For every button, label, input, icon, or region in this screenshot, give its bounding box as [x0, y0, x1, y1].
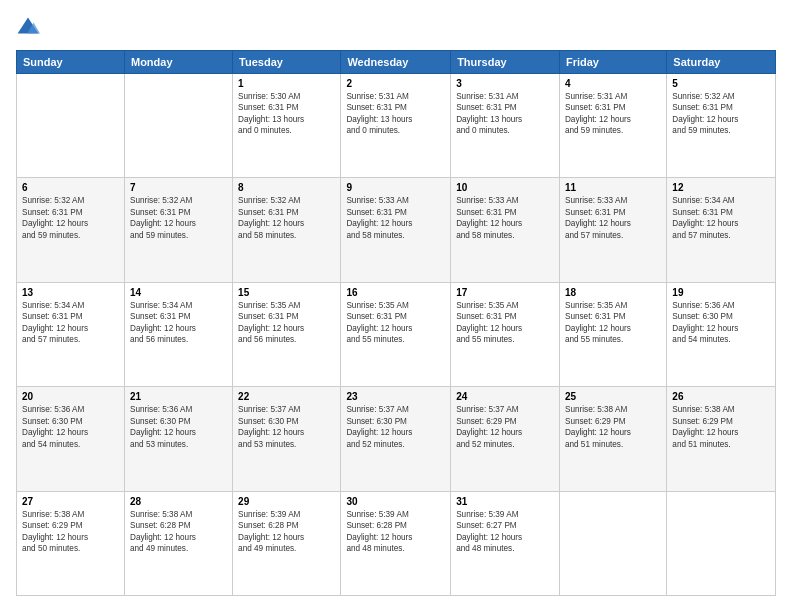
week-row-4: 20Sunrise: 5:36 AM Sunset: 6:30 PM Dayli…: [17, 387, 776, 491]
calendar-cell: [667, 491, 776, 595]
day-number: 17: [456, 287, 554, 298]
calendar-cell: [124, 74, 232, 178]
calendar-cell: 14Sunrise: 5:34 AM Sunset: 6:31 PM Dayli…: [124, 282, 232, 386]
day-number: 5: [672, 78, 770, 89]
calendar-cell: [559, 491, 666, 595]
day-number: 29: [238, 496, 335, 507]
day-info: Sunrise: 5:38 AM Sunset: 6:29 PM Dayligh…: [22, 509, 119, 555]
day-number: 4: [565, 78, 661, 89]
day-number: 7: [130, 182, 227, 193]
weekday-header-sunday: Sunday: [17, 51, 125, 74]
calendar-cell: [17, 74, 125, 178]
day-number: 2: [346, 78, 445, 89]
day-number: 9: [346, 182, 445, 193]
day-info: Sunrise: 5:38 AM Sunset: 6:28 PM Dayligh…: [130, 509, 227, 555]
day-number: 1: [238, 78, 335, 89]
calendar-cell: 22Sunrise: 5:37 AM Sunset: 6:30 PM Dayli…: [233, 387, 341, 491]
day-number: 21: [130, 391, 227, 402]
calendar-cell: 10Sunrise: 5:33 AM Sunset: 6:31 PM Dayli…: [451, 178, 560, 282]
calendar-cell: 13Sunrise: 5:34 AM Sunset: 6:31 PM Dayli…: [17, 282, 125, 386]
weekday-header-wednesday: Wednesday: [341, 51, 451, 74]
day-number: 14: [130, 287, 227, 298]
logo: [16, 16, 44, 40]
day-number: 15: [238, 287, 335, 298]
day-info: Sunrise: 5:32 AM Sunset: 6:31 PM Dayligh…: [130, 195, 227, 241]
calendar-cell: 19Sunrise: 5:36 AM Sunset: 6:30 PM Dayli…: [667, 282, 776, 386]
calendar-cell: 16Sunrise: 5:35 AM Sunset: 6:31 PM Dayli…: [341, 282, 451, 386]
day-number: 24: [456, 391, 554, 402]
calendar-cell: 28Sunrise: 5:38 AM Sunset: 6:28 PM Dayli…: [124, 491, 232, 595]
week-row-1: 1Sunrise: 5:30 AM Sunset: 6:31 PM Daylig…: [17, 74, 776, 178]
weekday-header-row: SundayMondayTuesdayWednesdayThursdayFrid…: [17, 51, 776, 74]
day-info: Sunrise: 5:30 AM Sunset: 6:31 PM Dayligh…: [238, 91, 335, 137]
weekday-header-saturday: Saturday: [667, 51, 776, 74]
calendar-cell: 24Sunrise: 5:37 AM Sunset: 6:29 PM Dayli…: [451, 387, 560, 491]
day-info: Sunrise: 5:33 AM Sunset: 6:31 PM Dayligh…: [346, 195, 445, 241]
calendar-cell: 7Sunrise: 5:32 AM Sunset: 6:31 PM Daylig…: [124, 178, 232, 282]
day-info: Sunrise: 5:33 AM Sunset: 6:31 PM Dayligh…: [456, 195, 554, 241]
day-number: 18: [565, 287, 661, 298]
day-info: Sunrise: 5:37 AM Sunset: 6:30 PM Dayligh…: [346, 404, 445, 450]
day-info: Sunrise: 5:32 AM Sunset: 6:31 PM Dayligh…: [672, 91, 770, 137]
weekday-header-thursday: Thursday: [451, 51, 560, 74]
calendar-cell: 18Sunrise: 5:35 AM Sunset: 6:31 PM Dayli…: [559, 282, 666, 386]
calendar-cell: 11Sunrise: 5:33 AM Sunset: 6:31 PM Dayli…: [559, 178, 666, 282]
calendar-cell: 9Sunrise: 5:33 AM Sunset: 6:31 PM Daylig…: [341, 178, 451, 282]
day-number: 10: [456, 182, 554, 193]
day-info: Sunrise: 5:35 AM Sunset: 6:31 PM Dayligh…: [565, 300, 661, 346]
calendar-cell: 5Sunrise: 5:32 AM Sunset: 6:31 PM Daylig…: [667, 74, 776, 178]
weekday-header-tuesday: Tuesday: [233, 51, 341, 74]
calendar-cell: 29Sunrise: 5:39 AM Sunset: 6:28 PM Dayli…: [233, 491, 341, 595]
calendar-cell: 2Sunrise: 5:31 AM Sunset: 6:31 PM Daylig…: [341, 74, 451, 178]
day-number: 26: [672, 391, 770, 402]
logo-icon: [16, 16, 40, 40]
day-info: Sunrise: 5:34 AM Sunset: 6:31 PM Dayligh…: [22, 300, 119, 346]
day-number: 31: [456, 496, 554, 507]
calendar-cell: 21Sunrise: 5:36 AM Sunset: 6:30 PM Dayli…: [124, 387, 232, 491]
day-number: 22: [238, 391, 335, 402]
day-number: 27: [22, 496, 119, 507]
day-number: 12: [672, 182, 770, 193]
day-number: 3: [456, 78, 554, 89]
day-number: 28: [130, 496, 227, 507]
day-info: Sunrise: 5:34 AM Sunset: 6:31 PM Dayligh…: [130, 300, 227, 346]
week-row-2: 6Sunrise: 5:32 AM Sunset: 6:31 PM Daylig…: [17, 178, 776, 282]
day-number: 25: [565, 391, 661, 402]
calendar-cell: 23Sunrise: 5:37 AM Sunset: 6:30 PM Dayli…: [341, 387, 451, 491]
header: [16, 16, 776, 40]
day-info: Sunrise: 5:35 AM Sunset: 6:31 PM Dayligh…: [346, 300, 445, 346]
day-info: Sunrise: 5:36 AM Sunset: 6:30 PM Dayligh…: [130, 404, 227, 450]
day-number: 13: [22, 287, 119, 298]
page: SundayMondayTuesdayWednesdayThursdayFrid…: [0, 0, 792, 612]
calendar-cell: 12Sunrise: 5:34 AM Sunset: 6:31 PM Dayli…: [667, 178, 776, 282]
day-number: 19: [672, 287, 770, 298]
day-info: Sunrise: 5:39 AM Sunset: 6:28 PM Dayligh…: [346, 509, 445, 555]
weekday-header-friday: Friday: [559, 51, 666, 74]
calendar-cell: 8Sunrise: 5:32 AM Sunset: 6:31 PM Daylig…: [233, 178, 341, 282]
day-info: Sunrise: 5:32 AM Sunset: 6:31 PM Dayligh…: [238, 195, 335, 241]
day-number: 20: [22, 391, 119, 402]
day-info: Sunrise: 5:34 AM Sunset: 6:31 PM Dayligh…: [672, 195, 770, 241]
day-info: Sunrise: 5:36 AM Sunset: 6:30 PM Dayligh…: [672, 300, 770, 346]
weekday-header-monday: Monday: [124, 51, 232, 74]
week-row-5: 27Sunrise: 5:38 AM Sunset: 6:29 PM Dayli…: [17, 491, 776, 595]
calendar-cell: 26Sunrise: 5:38 AM Sunset: 6:29 PM Dayli…: [667, 387, 776, 491]
calendar-cell: 27Sunrise: 5:38 AM Sunset: 6:29 PM Dayli…: [17, 491, 125, 595]
day-info: Sunrise: 5:31 AM Sunset: 6:31 PM Dayligh…: [346, 91, 445, 137]
calendar-cell: 30Sunrise: 5:39 AM Sunset: 6:28 PM Dayli…: [341, 491, 451, 595]
day-number: 6: [22, 182, 119, 193]
day-info: Sunrise: 5:38 AM Sunset: 6:29 PM Dayligh…: [672, 404, 770, 450]
calendar-cell: 1Sunrise: 5:30 AM Sunset: 6:31 PM Daylig…: [233, 74, 341, 178]
day-info: Sunrise: 5:35 AM Sunset: 6:31 PM Dayligh…: [456, 300, 554, 346]
day-info: Sunrise: 5:36 AM Sunset: 6:30 PM Dayligh…: [22, 404, 119, 450]
day-number: 11: [565, 182, 661, 193]
calendar-cell: 20Sunrise: 5:36 AM Sunset: 6:30 PM Dayli…: [17, 387, 125, 491]
day-info: Sunrise: 5:37 AM Sunset: 6:29 PM Dayligh…: [456, 404, 554, 450]
day-info: Sunrise: 5:32 AM Sunset: 6:31 PM Dayligh…: [22, 195, 119, 241]
calendar-cell: 4Sunrise: 5:31 AM Sunset: 6:31 PM Daylig…: [559, 74, 666, 178]
day-info: Sunrise: 5:35 AM Sunset: 6:31 PM Dayligh…: [238, 300, 335, 346]
day-number: 30: [346, 496, 445, 507]
calendar-cell: 25Sunrise: 5:38 AM Sunset: 6:29 PM Dayli…: [559, 387, 666, 491]
calendar-cell: 15Sunrise: 5:35 AM Sunset: 6:31 PM Dayli…: [233, 282, 341, 386]
calendar-cell: 31Sunrise: 5:39 AM Sunset: 6:27 PM Dayli…: [451, 491, 560, 595]
